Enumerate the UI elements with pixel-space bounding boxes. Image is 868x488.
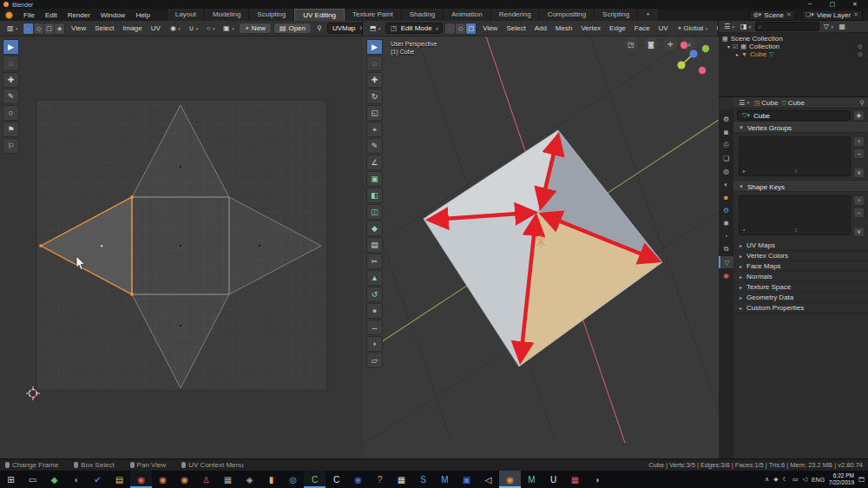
menu-item[interactable]: Mesh xyxy=(551,23,577,33)
collapsed-panel-header[interactable]: ▸ Texture Space xyxy=(733,282,868,293)
remove-vertex-group-button[interactable]: − xyxy=(853,148,865,159)
visibility-eye-icon[interactable]: ⊙ xyxy=(858,43,863,50)
open-image-button[interactable]: ▤Open xyxy=(273,23,312,34)
menu-item[interactable]: Face xyxy=(630,23,654,33)
uv-select-face[interactable]: ▢ xyxy=(44,23,54,34)
uv-snap-button[interactable]: ∪▾ xyxy=(185,23,201,33)
new-image-button[interactable]: +New xyxy=(239,23,272,34)
gizmo-x-axis[interactable] xyxy=(681,42,687,49)
uv-image-browse-button[interactable]: ▣▾ xyxy=(220,23,237,33)
properties-tab-tool[interactable]: ⚙ xyxy=(719,113,733,125)
relax-tool[interactable]: ⚑ xyxy=(3,122,19,137)
menu-item[interactable]: Edit xyxy=(40,10,62,21)
breadcrumb-object[interactable]: ◳ Cube xyxy=(754,99,779,107)
annotate-tool[interactable]: ✎ xyxy=(366,138,383,154)
add-shape-key-button[interactable]: ＋ xyxy=(853,195,865,206)
scene-selector[interactable]: ◍▾ Scene ✕ xyxy=(749,10,796,21)
candle-app-icon[interactable]: ▮ xyxy=(260,471,282,488)
outliner-search-input[interactable] xyxy=(764,23,816,30)
swirl-app-icon[interactable]: ◎ xyxy=(282,471,304,488)
menu-item[interactable]: Select xyxy=(502,23,529,33)
uv-editor-type-button[interactable]: ▥▾ xyxy=(3,23,21,33)
properties-tab-scene[interactable]: ◍ xyxy=(719,165,733,177)
checkbox-icon[interactable]: ☑ xyxy=(733,43,738,50)
collapsed-panel-header[interactable]: ▸ Geometry Data xyxy=(733,293,868,303)
collapsed-panel-header[interactable]: ▸ Face Maps xyxy=(733,261,868,272)
camera-app-icon[interactable]: ◈ xyxy=(239,471,260,488)
measure-tool[interactable]: ∠ xyxy=(366,155,383,170)
action-center-icon[interactable]: 🗔 xyxy=(858,477,865,483)
collapsed-panel-header[interactable]: ▸ Normals xyxy=(733,272,868,282)
visibility-eye-icon[interactable]: ⊙ xyxy=(858,51,863,58)
menu-item[interactable]: Select xyxy=(90,23,118,33)
breadcrumb-data[interactable]: ▽ Cube xyxy=(781,99,804,107)
gizmo-neg-x-axis[interactable] xyxy=(699,67,706,74)
loop-cut-tool[interactable]: ▤ xyxy=(366,237,383,253)
properties-tab-render[interactable]: ◙ xyxy=(719,126,733,138)
tray-volume-icon[interactable]: ◁ xyxy=(803,476,807,483)
orientation-dropdown[interactable]: ⌖ Global ▾ xyxy=(674,23,711,34)
extrude-region-tool[interactable]: ◧ xyxy=(366,188,383,203)
menu-item[interactable]: Render xyxy=(62,10,95,21)
select-box-tool[interactable]: ▶ xyxy=(366,39,383,55)
properties-tab-constraints[interactable]: ⧉ xyxy=(719,243,733,255)
ms-store-icon[interactable]: ▦ xyxy=(564,471,586,488)
app-red-icon[interactable]: ♙ xyxy=(195,471,217,488)
add-cube-tool[interactable]: ▣ xyxy=(366,171,383,187)
vertex-groups-list[interactable]: ▸ ≡ xyxy=(739,136,851,176)
properties-tab-output[interactable]: ⎙ xyxy=(719,139,733,151)
start-button[interactable]: ⊞ xyxy=(0,471,22,488)
cursor-tool[interactable]: ✚ xyxy=(3,72,19,88)
blender-icon[interactable]: ◉ xyxy=(174,471,195,488)
properties-tab-material[interactable]: ◉ xyxy=(719,269,733,281)
shear-tool[interactable]: ▱ xyxy=(366,353,383,368)
new-collection-button[interactable]: ▦ xyxy=(837,23,847,30)
blender-focused-icon[interactable]: ◉ xyxy=(499,471,521,488)
workspace-tab[interactable]: Scripting xyxy=(595,9,638,21)
uv-proportional-edit-button[interactable]: ○▾ xyxy=(203,23,218,33)
uv-select-vertex[interactable]: ∙ xyxy=(23,23,33,34)
uv-select-edge[interactable]: ◇ xyxy=(34,23,43,34)
select-circle-tool[interactable]: ◌ xyxy=(366,56,383,71)
outliner-editor-type-button[interactable]: ☰▾ xyxy=(722,23,736,30)
menu-item[interactable]: Edge xyxy=(605,23,630,33)
maximize-button[interactable]: ▢ xyxy=(821,0,844,9)
remove-shape-key-button[interactable]: − xyxy=(853,208,865,218)
grab-tool[interactable]: ○ xyxy=(3,105,19,121)
vertex-groups-panel-header[interactable]: ▼ Vertex Groups xyxy=(733,122,868,133)
annotate-tool[interactable]: ✎ xyxy=(3,89,19,104)
menu-item[interactable]: Help xyxy=(130,10,155,21)
uv-select-island[interactable]: ◈ xyxy=(55,23,64,34)
shape-keys-list[interactable]: ▪ ≡ xyxy=(739,195,851,235)
tray-chevron-icon[interactable]: ∧ xyxy=(765,476,769,483)
uv-canvas[interactable] xyxy=(0,36,363,458)
workspace-tab[interactable]: Compositing xyxy=(540,9,595,21)
move-tool[interactable]: ✚ xyxy=(366,72,383,88)
outliner-row-cube[interactable]: ▸ ▼ Cube ▽ ⊙ xyxy=(719,50,868,58)
outliner-display-mode-button[interactable]: ◨▾ xyxy=(739,23,753,30)
gizmo-neg-y-axis[interactable] xyxy=(677,61,685,69)
app-blue-icon[interactable]: ▣ xyxy=(456,471,477,488)
properties-editor-type-button[interactable]: ☰▾ xyxy=(737,99,751,107)
expand-icon[interactable]: ▾ xyxy=(727,43,730,49)
workspace-tab[interactable]: UV Editing xyxy=(294,9,345,21)
maya-green-icon[interactable]: M xyxy=(521,471,542,488)
unreal-icon[interactable]: U xyxy=(542,471,564,488)
menu-item[interactable]: File xyxy=(18,10,40,21)
expand-icon[interactable]: ▸ xyxy=(736,51,739,57)
vertex-group-specials-button[interactable]: ∨ xyxy=(853,168,865,178)
properties-tab-physics[interactable]: ◔ xyxy=(719,230,733,242)
tray-chat-icon[interactable]: ▭ xyxy=(792,476,799,483)
camtasia-icon[interactable]: C xyxy=(304,471,326,488)
poly-build-tool[interactable]: ▲ xyxy=(366,270,383,286)
properties-tab-particles[interactable]: ✱ xyxy=(719,217,733,229)
select-circle-tool[interactable]: ◌ xyxy=(3,56,19,71)
mesh-name-field[interactable]: ▽▾ Cube xyxy=(737,110,851,121)
collapsed-panel-header[interactable]: ▸ UV Maps xyxy=(733,241,868,251)
pin-id-icon[interactable]: ⚲ xyxy=(859,99,865,107)
collapsed-panel-header[interactable]: ▸ Custom Properties xyxy=(733,303,868,313)
gizmo-y-axis[interactable] xyxy=(702,45,709,52)
audio-app-icon[interactable]: ◁ xyxy=(477,471,499,488)
minimize-button[interactable]: ─ xyxy=(799,0,821,9)
tray-network-icon[interactable]: ☾ xyxy=(783,476,788,483)
